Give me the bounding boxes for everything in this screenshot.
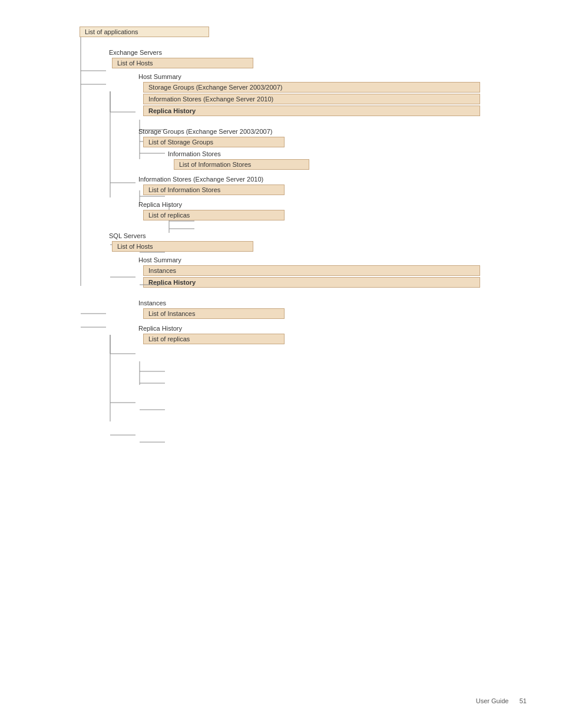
list-of-info-stores-sg: List of Information Stores bbox=[174, 159, 309, 170]
list-of-replicas-exchange: List of replicas bbox=[143, 210, 285, 220]
list-of-storage-groups: List of Storage Groups bbox=[143, 137, 285, 147]
info-stores-2010-label: Information Stores (Exchange Server 2010… bbox=[138, 176, 263, 183]
root-node: List of applications bbox=[80, 27, 209, 37]
exchange-replica-history-label: Replica History bbox=[138, 201, 182, 208]
exchange-servers-label: Exchange Servers bbox=[109, 49, 162, 56]
list-of-instances: List of Instances bbox=[143, 308, 285, 319]
info-stores-subsection-label: Information Stores bbox=[168, 150, 221, 157]
sql-hs-replica-history: Replica History bbox=[143, 277, 480, 288]
sql-instances-label: Instances bbox=[138, 299, 166, 307]
sql-servers-label: SQL Servers bbox=[109, 232, 146, 239]
sql-hs-instances: Instances bbox=[143, 265, 480, 276]
list-of-replicas-sql: List of replicas bbox=[143, 334, 285, 344]
footer-label: User Guide bbox=[476, 697, 509, 704]
exchange-hs-storage-groups: Storage Groups (Exchange Server 2003/200… bbox=[143, 82, 480, 93]
exchange-host-summary-label: Host Summary bbox=[138, 73, 181, 80]
page-footer: User Guide 51 bbox=[476, 697, 527, 704]
sql-list-of-hosts: List of Hosts bbox=[112, 241, 253, 252]
exchange-list-of-hosts: List of Hosts bbox=[112, 58, 253, 68]
sql-replica-history-label: Replica History bbox=[138, 325, 182, 332]
page-number: 51 bbox=[520, 697, 527, 704]
sql-host-summary-label: Host Summary bbox=[138, 256, 181, 263]
exchange-hs-info-stores: Information Stores (Exchange Server 2010… bbox=[143, 94, 480, 104]
list-of-info-stores-2010: List of Information Stores bbox=[143, 185, 285, 195]
storage-groups-section-label: Storage Groups (Exchange Server 2003/200… bbox=[138, 128, 272, 135]
exchange-hs-replica-history: Replica History bbox=[143, 106, 480, 116]
